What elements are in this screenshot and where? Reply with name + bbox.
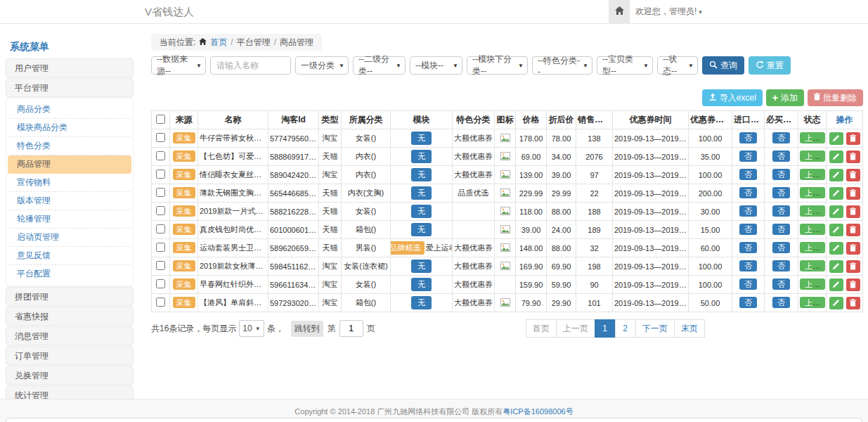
page-button-下一页[interactable]: 下一页: [635, 319, 675, 338]
row-checkbox[interactable]: [156, 151, 165, 160]
page-button-末页[interactable]: 末页: [674, 319, 705, 338]
row-checkbox[interactable]: [156, 298, 165, 307]
module-badge[interactable]: 无: [411, 205, 432, 218]
edit-button[interactable]: [829, 132, 843, 145]
must-buy-toggle[interactable]: 否: [772, 260, 790, 271]
imported-toggle[interactable]: 否: [739, 187, 757, 198]
module-badge[interactable]: 无: [411, 296, 432, 309]
edit-button[interactable]: [829, 224, 843, 236]
jump-page-input[interactable]: [339, 320, 363, 337]
sidebar-item-平台配置[interactable]: 平台配置: [8, 265, 131, 283]
sidebar-item-宣传物料[interactable]: 宣传物料: [8, 174, 131, 192]
sidebar-item-意见反馈[interactable]: 意见反馈: [8, 247, 131, 265]
module-badge[interactable]: 无: [411, 168, 432, 181]
page-size-select[interactable]: 10▼: [239, 320, 264, 337]
must-buy-toggle[interactable]: 否: [772, 169, 790, 180]
imported-toggle[interactable]: 否: [739, 224, 757, 235]
status-toggle[interactable]: 上架: [800, 132, 825, 143]
sidebar-group-拼团管理[interactable]: 拼团管理: [6, 287, 134, 306]
sidebar-group-兑换管理[interactable]: 兑换管理: [6, 366, 134, 385]
edit-button[interactable]: [829, 297, 843, 309]
imported-toggle[interactable]: 否: [739, 279, 757, 290]
must-buy-toggle[interactable]: 否: [772, 187, 790, 198]
must-buy-toggle[interactable]: 否: [772, 242, 790, 253]
sidebar-group-订单管理[interactable]: 订单管理: [6, 346, 134, 365]
imported-toggle[interactable]: 否: [739, 169, 757, 180]
filter-select[interactable]: --特色分类--▼: [532, 56, 592, 75]
status-toggle[interactable]: 上架: [800, 260, 825, 271]
imported-toggle[interactable]: 否: [739, 242, 757, 253]
sidebar-group-平台管理[interactable]: 平台管理: [6, 78, 134, 97]
reset-button[interactable]: 重置: [749, 56, 791, 75]
status-toggle[interactable]: 上架: [800, 224, 825, 235]
must-buy-toggle[interactable]: 否: [772, 279, 790, 290]
module-badge[interactable]: 无: [411, 223, 432, 236]
name-search-input[interactable]: [210, 56, 291, 75]
must-buy-toggle[interactable]: 否: [772, 132, 790, 143]
filter-select[interactable]: --数据来源--▼: [151, 56, 206, 75]
imported-toggle[interactable]: 否: [739, 205, 757, 217]
delete-button[interactable]: [846, 260, 860, 273]
query-button[interactable]: 查询: [702, 56, 744, 75]
edit-button[interactable]: [829, 187, 843, 200]
add-button[interactable]: + 添加: [766, 89, 804, 106]
sidebar-item-启动页管理[interactable]: 启动页管理: [8, 229, 131, 247]
filter-select[interactable]: --宝贝类型--▼: [597, 56, 653, 75]
must-buy-toggle[interactable]: 否: [772, 224, 790, 235]
sidebar-item-商品管理[interactable]: 商品管理: [8, 155, 131, 174]
delete-button[interactable]: [846, 169, 860, 181]
sidebar-group-消息管理[interactable]: 消息管理: [6, 326, 134, 345]
filter-select[interactable]: --模块--▼: [410, 56, 462, 75]
sidebar-item-轮播管理[interactable]: 轮播管理: [8, 210, 131, 229]
breadcrumb-home-link[interactable]: 首页: [210, 37, 227, 49]
status-toggle[interactable]: 上架: [800, 151, 825, 162]
module-badge[interactable]: 品牌精选: [391, 241, 425, 255]
imported-toggle[interactable]: 否: [739, 151, 757, 162]
module-badge[interactable]: 无: [411, 260, 432, 273]
must-buy-toggle[interactable]: 否: [772, 151, 790, 162]
delete-button[interactable]: [846, 132, 860, 145]
imported-toggle[interactable]: 否: [739, 132, 757, 143]
status-toggle[interactable]: 上架: [800, 297, 825, 308]
status-toggle[interactable]: 上架: [800, 187, 825, 198]
user-menu[interactable]: 欢迎您，管理员!▾: [635, 0, 702, 24]
row-checkbox[interactable]: [156, 206, 165, 215]
select-all-checkbox[interactable]: [156, 115, 165, 124]
sidebar-group-用户管理[interactable]: 用户管理: [6, 58, 134, 77]
import-excel-button[interactable]: 导入excel: [702, 89, 763, 106]
row-checkbox[interactable]: [156, 133, 165, 142]
filter-select[interactable]: --状态--▼: [657, 56, 698, 75]
status-toggle[interactable]: 上架: [800, 169, 825, 180]
delete-button[interactable]: [846, 205, 860, 218]
row-checkbox[interactable]: [156, 188, 165, 197]
sidebar-item-商品分类[interactable]: 商品分类: [8, 101, 131, 119]
row-checkbox[interactable]: [156, 261, 165, 270]
sidebar-item-模块商品分类[interactable]: 模块商品分类: [8, 119, 131, 137]
module-badge[interactable]: 无: [411, 186, 432, 200]
edit-button[interactable]: [829, 260, 843, 273]
home-button[interactable]: [609, 0, 630, 23]
delete-button[interactable]: [846, 187, 860, 200]
batch-delete-button[interactable]: 批量删除: [808, 89, 863, 106]
module-badge[interactable]: 无: [411, 278, 432, 291]
imported-toggle[interactable]: 否: [739, 260, 757, 271]
delete-button[interactable]: [846, 297, 860, 309]
row-checkbox[interactable]: [156, 170, 165, 179]
module-badge[interactable]: 无: [411, 132, 432, 145]
edit-button[interactable]: [829, 151, 843, 163]
edit-button[interactable]: [829, 205, 843, 218]
jump-button[interactable]: 跳转到: [291, 321, 323, 337]
icp-link[interactable]: 粤ICP备16098006号: [503, 407, 573, 416]
row-checkbox[interactable]: [156, 279, 165, 288]
status-toggle[interactable]: 上架: [800, 279, 825, 290]
delete-button[interactable]: [846, 279, 860, 291]
edit-button[interactable]: [829, 169, 843, 181]
row-checkbox[interactable]: [156, 224, 165, 234]
must-buy-toggle[interactable]: 否: [772, 205, 790, 217]
filter-select[interactable]: --模块下分类--▼: [467, 56, 528, 75]
module-badge[interactable]: 无: [411, 150, 432, 163]
imported-toggle[interactable]: 否: [739, 297, 757, 308]
delete-button[interactable]: [846, 224, 860, 236]
edit-button[interactable]: [829, 242, 843, 255]
status-toggle[interactable]: 上架: [800, 205, 825, 217]
